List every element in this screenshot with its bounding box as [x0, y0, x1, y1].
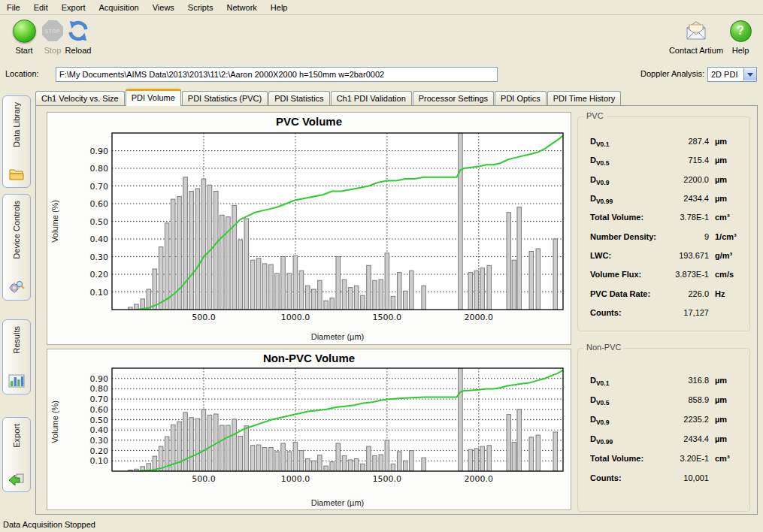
- stat-value: 858.9: [623, 395, 709, 404]
- stat-unit: µm: [715, 415, 727, 424]
- stat-unit: g/m³: [715, 251, 732, 260]
- gear-search-icon: [8, 279, 25, 295]
- stat-value: 2434.4: [623, 434, 709, 443]
- tab-pdi-statistics[interactable]: PDI Statistics: [268, 91, 329, 106]
- stat-value: 715.4: [623, 156, 709, 165]
- doppler-analysis-select[interactable]: 2D PDI: [707, 67, 757, 82]
- stat-label: DV0.1: [590, 137, 609, 148]
- nonpvc-x-axis-label: Diameter (µm): [112, 498, 563, 507]
- stat-label: DV0.5: [590, 395, 609, 407]
- pvc-chart-title: PVC Volume: [47, 115, 571, 128]
- sidebar-item-device-controls[interactable]: Device Controls: [2, 194, 31, 301]
- stat-label: Counts:: [590, 473, 622, 482]
- pvc-row-d-v0-99: DV0.992434.4µm: [578, 194, 749, 206]
- help-button[interactable]: ? Help: [724, 18, 757, 55]
- tab-pdi-statistics-pvc[interactable]: PDI Statistics (PVC): [182, 91, 268, 106]
- svg-text:0.80: 0.80: [90, 384, 109, 394]
- stat-unit: cm³: [715, 213, 730, 222]
- stat-unit: µm: [715, 434, 727, 443]
- pvc-row-lwc: LWC:193.671g/m³: [578, 251, 749, 263]
- menu-item-file[interactable]: File: [0, 2, 27, 14]
- pvc-row-volume-flux: Volume Flux:3.873E-1cm/s: [578, 270, 749, 282]
- pvc-row-d-v0-9: DV0.92200.0µm: [578, 175, 749, 187]
- stat-unit: µm: [715, 395, 727, 404]
- stat-label: LWC:: [590, 251, 611, 260]
- pvc-row-d-v0-5: DV0.5715.4µm: [578, 156, 749, 168]
- svg-text:1000.0: 1000.0: [281, 313, 310, 322]
- svg-text:0.10: 0.10: [90, 288, 109, 298]
- tab-processor-settings[interactable]: Processor Settings: [413, 91, 494, 106]
- svg-text:500.0: 500.0: [192, 474, 216, 484]
- pvc-row-pvc-data-rate: PVC Data Rate:226.0Hz: [578, 289, 749, 301]
- svg-text:0.30: 0.30: [90, 252, 109, 262]
- menu-item-export[interactable]: Export: [55, 2, 92, 14]
- nonpvc-row-d-v0-1: DV0.1316.8µm: [578, 376, 749, 388]
- svg-text:0.70: 0.70: [90, 182, 109, 192]
- contact-artium-button[interactable]: Contact Artium: [662, 18, 731, 55]
- help-label: Help: [724, 46, 757, 55]
- app-window: { "window": { "status_bar": "Data Acquis…: [0, 0, 763, 532]
- svg-text:2000.0: 2000.0: [465, 474, 494, 484]
- doppler-analysis-value: 2D PDI: [708, 70, 743, 79]
- tab-pdi-volume[interactable]: PDI Volume: [126, 89, 181, 106]
- start-icon: [13, 20, 36, 43]
- stat-label: DV0.9: [590, 415, 609, 426]
- menu-item-help[interactable]: Help: [264, 2, 295, 14]
- tab-ch1-pdi-validation[interactable]: Ch1 PDI Validation: [331, 91, 412, 106]
- bar-chart-icon: [8, 374, 25, 389]
- svg-text:0.70: 0.70: [90, 394, 109, 404]
- menu-item-edit[interactable]: Edit: [27, 2, 55, 14]
- svg-text:500.0: 500.0: [192, 313, 216, 322]
- toolbar: Start STOP Stop Reload Contact Artium: [0, 15, 763, 63]
- stat-value: 17,127: [623, 308, 709, 317]
- sidebar-item-label: Results: [12, 326, 21, 354]
- svg-text:0.20: 0.20: [90, 270, 109, 280]
- menu-item-views[interactable]: Views: [146, 2, 181, 14]
- stat-value: 2434.4: [623, 194, 709, 203]
- svg-text:1500.0: 1500.0: [373, 474, 401, 484]
- nonpvc-chart-title: Non-PVC Volume: [47, 352, 571, 364]
- sidebar-item-label: Export: [12, 424, 21, 448]
- stat-value: 3.20E-1: [623, 454, 709, 463]
- svg-text:0.60: 0.60: [90, 199, 109, 209]
- nonpvc-row-counts: Counts:10,001: [578, 473, 749, 485]
- menu-item-acquisition[interactable]: Acquisition: [92, 2, 146, 14]
- menu-item-scripts[interactable]: Scripts: [181, 2, 220, 14]
- tab-pdi-time-history[interactable]: PDI Time History: [547, 91, 622, 106]
- export-arrow-icon: [8, 472, 25, 487]
- nonpvc-row-d-v0-99: DV0.992434.4µm: [578, 434, 749, 446]
- tab-pdi-optics[interactable]: PDI Optics: [495, 91, 547, 106]
- stat-unit: µm: [715, 175, 727, 184]
- location-input[interactable]: F:\My Documents\AIMS Data\2013\2013\11\2…: [56, 67, 498, 82]
- stat-value: 316.8: [623, 376, 709, 385]
- tab-ch1-velocity-vs-size[interactable]: Ch1 Velocity vs. Size: [35, 91, 125, 106]
- nonpvc-row-total-volume: Total Volume:3.20E-1cm³: [578, 454, 749, 466]
- stat-value: 3.873E-1: [623, 270, 709, 279]
- stat-unit: cm/s: [715, 270, 734, 279]
- envelope-icon: [662, 18, 731, 44]
- pvc-row-number-density: Number Density:91/cm³: [578, 232, 749, 244]
- menu-item-network[interactable]: Network: [220, 2, 263, 14]
- pvc-row-d-v0-1: DV0.1287.4µm: [578, 137, 749, 149]
- nonpvc-row-d-v0-9: DV0.92235.2µm: [578, 415, 749, 427]
- sidebar-item-export[interactable]: Export: [2, 417, 31, 492]
- sidebar-item-results[interactable]: Results: [2, 319, 31, 394]
- sidebar-item-label: Device Controls: [12, 201, 21, 259]
- stat-label: DV0.9: [590, 175, 609, 186]
- stat-label: DV0.1: [590, 376, 609, 387]
- sidebar-item-data-library[interactable]: Data Library: [2, 95, 31, 188]
- chevron-down-icon[interactable]: [743, 68, 756, 80]
- tab-page-pdi-volume: PVC Volume Volume (%) 0.100.200.300.400.…: [35, 105, 758, 515]
- pvc-volume-chart-panel: PVC Volume Volume (%) 0.100.200.300.400.…: [47, 112, 571, 345]
- stat-value: 2200.0: [623, 175, 709, 184]
- doppler-analysis-label: Doppler Analysis:: [640, 69, 704, 78]
- svg-text:1000.0: 1000.0: [281, 474, 310, 484]
- reload-button[interactable]: Reload: [59, 18, 98, 55]
- stat-value: 287.4: [623, 137, 709, 146]
- contact-artium-label: Contact Artium: [662, 46, 731, 55]
- svg-text:1500.0: 1500.0: [373, 313, 401, 322]
- svg-text:0.90: 0.90: [90, 374, 109, 384]
- pvc-groupbox-title: PVC: [583, 111, 607, 120]
- svg-text:0.80: 0.80: [90, 164, 109, 174]
- stat-value: 3.78E-1: [623, 213, 709, 222]
